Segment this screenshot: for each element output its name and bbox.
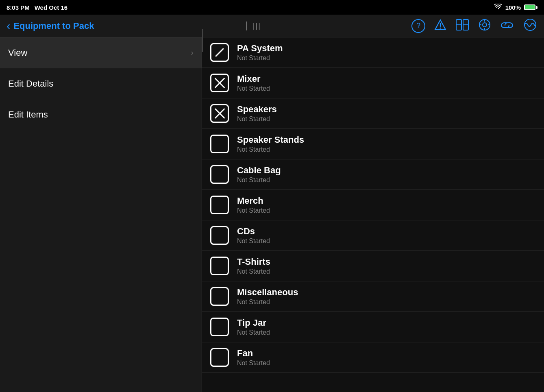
battery-icon bbox=[524, 4, 537, 10]
equip-text: Speakers Not Started bbox=[237, 104, 277, 123]
warning-icon[interactable] bbox=[434, 19, 446, 33]
equip-status: Not Started bbox=[237, 85, 270, 92]
equip-checkbox[interactable] bbox=[210, 196, 229, 214]
link-icon[interactable] bbox=[500, 20, 514, 32]
equip-status: Not Started bbox=[237, 298, 298, 306]
battery-percent: 100% bbox=[505, 4, 521, 11]
equip-list-item[interactable]: Mixer Not Started bbox=[202, 68, 544, 98]
dial-icon[interactable] bbox=[478, 18, 491, 34]
equip-list-item[interactable]: Merch Not Started bbox=[202, 190, 544, 220]
svg-point-2 bbox=[440, 27, 441, 28]
equip-text: PA System Not Started bbox=[237, 43, 283, 62]
equip-list-item[interactable]: Speakers Not Started bbox=[202, 98, 544, 129]
equip-text: CDs Not Started bbox=[237, 226, 270, 245]
equip-checkbox[interactable] bbox=[210, 226, 229, 245]
header-icons: ? bbox=[411, 18, 537, 34]
page-title: Equipment to Pack bbox=[13, 21, 94, 31]
date-display: Wed Oct 16 bbox=[35, 4, 67, 11]
status-right: 100% bbox=[494, 4, 537, 11]
sidebar-divider bbox=[202, 29, 203, 52]
equip-status: Not Started bbox=[237, 176, 281, 184]
equip-list-item[interactable]: Cable Bag Not Started bbox=[202, 159, 544, 190]
header-bar: ‹ Equipment to Pack │ ||| ? bbox=[0, 15, 544, 37]
equip-name: Speakers bbox=[237, 104, 277, 115]
equip-list-item[interactable]: Tip Jar Not Started bbox=[202, 312, 544, 342]
equip-text: Tip Jar Not Started bbox=[237, 318, 270, 336]
equip-name: Mixer bbox=[237, 74, 270, 84]
divider-lines: │ ||| bbox=[245, 22, 261, 30]
grid-icon[interactable] bbox=[455, 19, 469, 33]
equip-checkbox[interactable] bbox=[210, 287, 229, 306]
equip-name: Speaker Stands bbox=[237, 135, 304, 145]
time-display: 8:03 PM bbox=[7, 4, 30, 11]
equip-text: Merch Not Started bbox=[237, 196, 270, 214]
equip-name: Tip Jar bbox=[237, 318, 270, 328]
help-icon[interactable]: ? bbox=[411, 19, 425, 33]
equip-list-item[interactable]: Fan Not Started bbox=[202, 342, 544, 373]
equip-checkbox[interactable] bbox=[210, 135, 229, 153]
equip-checkbox[interactable] bbox=[210, 74, 229, 92]
back-button[interactable]: ‹ bbox=[7, 20, 10, 33]
equip-status: Not Started bbox=[237, 146, 304, 153]
equip-checkbox[interactable] bbox=[210, 318, 229, 336]
equip-text: T-Shirts Not Started bbox=[237, 257, 270, 275]
wave-icon[interactable] bbox=[523, 18, 537, 34]
equip-status: Not Started bbox=[237, 237, 270, 245]
equip-status: Not Started bbox=[237, 207, 270, 214]
equip-name: Fan bbox=[237, 348, 270, 359]
sidebar-item-view[interactable]: View › bbox=[0, 37, 202, 68]
equip-name: T-Shirts bbox=[237, 257, 270, 267]
chevron-right-icon: › bbox=[191, 48, 194, 57]
equip-checkbox[interactable] bbox=[210, 43, 229, 62]
status-left: 8:03 PM Wed Oct 16 bbox=[7, 4, 67, 11]
sidebar-item-edit-items[interactable]: Edit Items bbox=[0, 99, 202, 130]
equip-status: Not Started bbox=[237, 329, 270, 336]
content-area: PA System Not Started Mixer Not Started … bbox=[202, 37, 544, 392]
main-layout: View › Edit Details Edit Items PA System… bbox=[0, 37, 544, 392]
equip-checkbox[interactable] bbox=[210, 104, 229, 123]
equip-text: Fan Not Started bbox=[237, 348, 270, 367]
equip-checkbox[interactable] bbox=[210, 165, 229, 184]
equip-list-item[interactable]: PA System Not Started bbox=[202, 37, 544, 68]
svg-point-8 bbox=[483, 23, 487, 27]
equip-list-item[interactable]: Miscellaneous Not Started bbox=[202, 281, 544, 312]
equip-name: Cable Bag bbox=[237, 165, 281, 176]
equip-text: Cable Bag Not Started bbox=[237, 165, 281, 184]
equip-status: Not Started bbox=[237, 268, 270, 275]
equip-status: Not Started bbox=[237, 359, 270, 367]
sidebar: View › Edit Details Edit Items bbox=[0, 37, 202, 392]
equip-text: Mixer Not Started bbox=[237, 74, 270, 92]
equip-name: Miscellaneous bbox=[237, 287, 298, 298]
equip-text: Miscellaneous Not Started bbox=[237, 287, 298, 306]
equip-checkbox[interactable] bbox=[210, 257, 229, 275]
equip-list-item[interactable]: T-Shirts Not Started bbox=[202, 251, 544, 281]
equip-list-item[interactable]: CDs Not Started bbox=[202, 220, 544, 251]
equip-name: PA System bbox=[237, 43, 283, 54]
sidebar-item-edit-details[interactable]: Edit Details bbox=[0, 68, 202, 99]
wifi-icon bbox=[494, 4, 502, 11]
equip-checkbox[interactable] bbox=[210, 348, 229, 367]
equip-name: CDs bbox=[237, 226, 270, 237]
equip-list-item[interactable]: Speaker Stands Not Started bbox=[202, 129, 544, 159]
equip-name: Merch bbox=[237, 196, 270, 206]
equip-text: Speaker Stands Not Started bbox=[237, 135, 304, 153]
equip-status: Not Started bbox=[237, 115, 277, 123]
status-bar: 8:03 PM Wed Oct 16 100% bbox=[0, 0, 544, 15]
header-left: ‹ Equipment to Pack bbox=[7, 20, 94, 33]
header-center-divider: │ ||| bbox=[245, 22, 261, 30]
equip-status: Not Started bbox=[237, 54, 283, 62]
